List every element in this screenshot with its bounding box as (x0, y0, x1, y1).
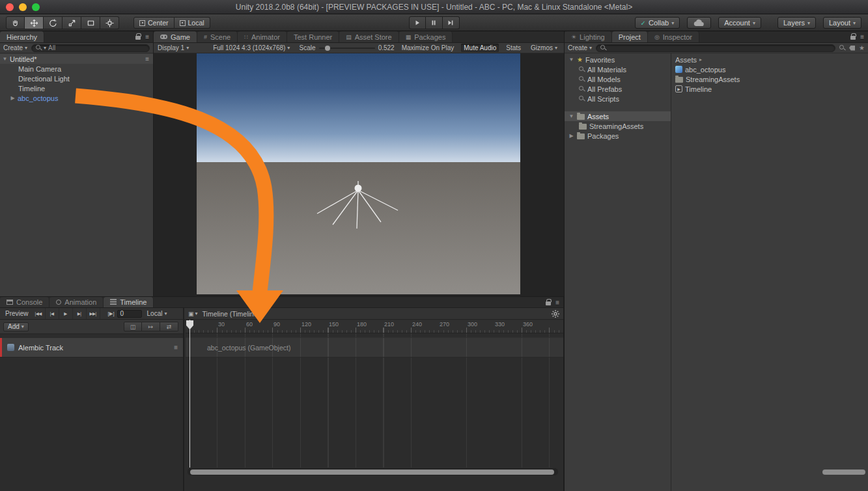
rect-tool-button[interactable] (81, 16, 100, 29)
scrollbar-thumb[interactable] (190, 470, 554, 475)
timeline-play-button[interactable]: ▶ (59, 308, 73, 319)
hierarchy-create-button[interactable]: Create▾ (3, 44, 27, 51)
disclosure-closed-icon[interactable]: ▶ (568, 133, 574, 139)
tab-animator[interactable]: ∷Animator (238, 31, 287, 42)
track-menu-icon[interactable]: ≡ (174, 344, 178, 351)
folder-assets[interactable]: ▼ Assets (565, 111, 671, 121)
minimize-button[interactable] (19, 3, 27, 11)
timeline-horizontal-scrollbar[interactable] (188, 468, 558, 475)
tab-lighting[interactable]: ☀Lighting (565, 31, 612, 42)
hierarchy-search-input[interactable]: ▾ All (31, 44, 150, 52)
go-to-start-button[interactable]: |◀◀ (32, 308, 46, 319)
scene-header-row[interactable]: ▼ Untitled* ≡ (0, 54, 153, 64)
hand-tool-button[interactable] (6, 16, 25, 29)
preview-toggle-button[interactable]: Preview (2, 310, 32, 317)
play-range-icon: [▶] (108, 311, 115, 316)
ripple-mode-button[interactable]: ↦ (142, 322, 160, 331)
scale-slider[interactable] (319, 45, 375, 51)
close-button[interactable] (6, 3, 14, 11)
stats-button[interactable]: Stats (503, 44, 524, 52)
hierarchy-item-abc-octopus[interactable]: ▶ abc_octopus (0, 93, 153, 103)
tab-console[interactable]: Console (0, 297, 49, 307)
favorite-all-scripts[interactable]: All Scripts (565, 94, 671, 104)
tab-test-runner[interactable]: Test Runner (287, 31, 339, 42)
timeline-settings-button[interactable] (552, 310, 559, 318)
favorite-all-materials[interactable]: All Materials (565, 64, 671, 74)
transform-tool-button[interactable] (100, 16, 119, 29)
go-to-end-button[interactable]: ▶▶| (87, 308, 100, 319)
asset-list-scrollbar[interactable] (822, 470, 865, 475)
rotate-tool-button[interactable] (44, 16, 63, 29)
aspect-dropdown[interactable]: Full 1024 4:3 (1024x768)▾ (213, 44, 290, 51)
play-button[interactable] (409, 16, 426, 29)
handle-space-button[interactable]: Local (175, 17, 210, 29)
layout-button[interactable]: Layout▾ (823, 17, 861, 29)
mix-mode-button[interactable]: ◫ (124, 322, 142, 331)
search-by-type-icon[interactable] (839, 45, 845, 51)
gizmos-dropdown[interactable]: Gizmos▾ (528, 44, 560, 52)
time-reference-dropdown[interactable]: Local▾ (147, 310, 167, 317)
move-tool-button[interactable] (25, 16, 44, 29)
fullscreen-button[interactable] (32, 3, 40, 11)
project-create-button[interactable]: Create▾ (568, 44, 592, 51)
disclosure-open-icon[interactable]: ▼ (2, 56, 8, 62)
alembic-track-lane[interactable]: abc_octopus (GameObject) (186, 337, 563, 358)
cloud-button[interactable] (687, 17, 711, 29)
disclosure-closed-icon[interactable]: ▶ (10, 95, 16, 101)
panel-menu-icon[interactable]: ≡ (145, 33, 149, 40)
game-viewport[interactable] (197, 53, 520, 294)
alembic-track-header[interactable]: Alembic Track ≡ (0, 337, 183, 358)
folder-packages[interactable]: ▶ Packages (565, 131, 671, 141)
pivot-mode-button[interactable]: Center (133, 17, 175, 29)
search-by-label-icon[interactable] (849, 46, 855, 51)
disclosure-open-icon[interactable]: ▼ (568, 57, 574, 63)
collab-button[interactable]: ✓Collab▾ (635, 17, 680, 29)
tab-hierarchy[interactable]: Hierarchy (0, 31, 44, 42)
previous-frame-button[interactable]: |◀ (46, 308, 59, 319)
account-button[interactable]: Account▾ (718, 17, 761, 29)
layers-button[interactable]: Layers▾ (777, 17, 816, 29)
favorite-all-prefabs[interactable]: All Prefabs (565, 84, 671, 94)
tab-game[interactable]: Game (154, 31, 197, 42)
scale-tool-button[interactable] (63, 16, 81, 29)
lock-icon[interactable] (546, 302, 551, 305)
scene-menu-icon[interactable]: ≡ (145, 55, 149, 63)
scale-slider-thumb[interactable] (325, 46, 330, 51)
tab-timeline[interactable]: Timeline (104, 297, 154, 307)
favorite-all-models[interactable]: All Models (565, 74, 671, 84)
current-frame-field[interactable]: 0 (117, 310, 142, 318)
breadcrumb-label[interactable]: Assets (675, 56, 697, 64)
tab-packages[interactable]: ▦Packages (399, 31, 453, 42)
timeline-selector-button[interactable]: ▣▾ (188, 311, 198, 317)
tab-animation[interactable]: Animation (49, 297, 104, 307)
hierarchy-item-main-camera[interactable]: Main Camera (0, 64, 153, 74)
lock-icon[interactable] (135, 36, 141, 40)
panel-menu-icon[interactable]: ≡ (555, 299, 559, 306)
disclosure-open-icon[interactable]: ▼ (568, 113, 574, 119)
step-button[interactable] (443, 16, 460, 29)
tab-asset-store[interactable]: ▤Asset Store (339, 31, 399, 42)
lock-icon[interactable] (850, 36, 856, 40)
panel-menu-icon[interactable]: ≡ (860, 33, 864, 40)
tab-inspector[interactable]: ◎Inspector (648, 31, 699, 42)
hierarchy-item-directional-light[interactable]: Directional Light (0, 74, 153, 83)
play-range-button[interactable]: [▶] (108, 311, 115, 316)
replace-mode-button[interactable]: ⇄ (160, 322, 178, 331)
pause-button[interactable] (426, 16, 443, 29)
favorites-row[interactable]: ▼ ★ Favorites (565, 55, 671, 64)
display-dropdown[interactable]: Display 1▾ (158, 44, 189, 51)
tab-project[interactable]: Project (612, 31, 648, 42)
tab-scene[interactable]: #Scene (197, 31, 238, 42)
maximize-on-play-button[interactable]: Maximize On Play (399, 44, 457, 52)
favorites-filter-icon[interactable]: ★ (859, 44, 865, 51)
add-track-button[interactable]: Add▾ (3, 322, 29, 331)
project-search-input[interactable] (596, 44, 835, 52)
next-frame-button[interactable]: ▶| (73, 308, 87, 319)
asset-item-streaming-assets[interactable]: StreamingAssets (671, 74, 868, 84)
asset-item-abc-octopus[interactable]: abc_octopus (671, 64, 868, 74)
timeline-ruler[interactable]: 30 60 90 120 150 180 210 240 270 300 330… (186, 320, 563, 333)
asset-item-timeline[interactable]: ▶Timeline (671, 84, 868, 94)
hierarchy-item-timeline[interactable]: Timeline (0, 83, 153, 93)
mute-audio-button[interactable]: Mute Audio (461, 44, 499, 52)
folder-streaming-assets[interactable]: StreamingAssets (565, 121, 671, 131)
